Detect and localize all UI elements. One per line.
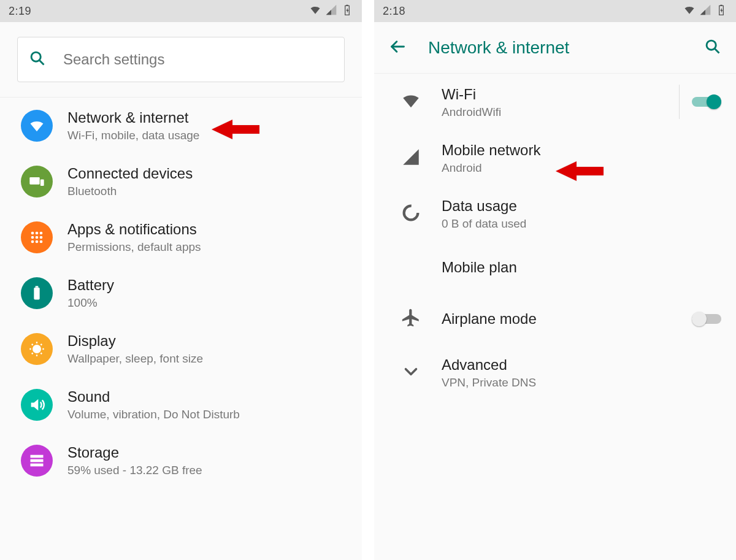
network-item-airplane[interactable]: Airplane mode <box>374 293 736 345</box>
settings-item-devices[interactable]: Connected devices Bluetooth <box>0 153 362 209</box>
svg-point-5 <box>36 231 39 234</box>
status-icons <box>309 4 353 19</box>
settings-list: Network & internet Wi-Fi, mobile, data u… <box>0 98 362 560</box>
search-section <box>0 22 362 98</box>
settings-item-wifi[interactable]: Network & internet Wi-Fi, mobile, data u… <box>0 98 362 153</box>
expand-icon <box>401 361 421 385</box>
item-subtitle: Volume, vibration, Do Not Disturb <box>67 408 341 421</box>
data-icon <box>401 202 421 226</box>
header: Network & internet <box>374 22 736 74</box>
wifi-status-icon <box>309 4 321 19</box>
svg-point-8 <box>36 236 39 239</box>
network-item-data[interactable]: Data usage 0 B of data used <box>374 186 736 242</box>
item-title: Data usage <box>442 197 715 215</box>
signal-status-icon <box>325 4 337 19</box>
battery-status-icon <box>341 4 353 19</box>
svg-rect-2 <box>29 177 39 185</box>
battery-status-icon <box>715 4 727 19</box>
wifi-gray-icon <box>401 90 421 113</box>
search-card[interactable] <box>17 37 345 82</box>
item-subtitle: 100% <box>67 296 341 310</box>
display-icon <box>21 333 53 365</box>
search-icon <box>29 50 46 69</box>
network-item-plan[interactable]: Mobile plan <box>374 242 736 293</box>
signal-status-icon <box>699 4 711 19</box>
wifi-status-icon <box>683 4 696 19</box>
item-subtitle: AndroidWifi <box>442 105 673 119</box>
toggle-airplane mode[interactable] <box>692 312 721 326</box>
svg-point-11 <box>36 240 39 243</box>
page-title: Network & internet <box>428 38 704 58</box>
svg-rect-3 <box>40 179 44 186</box>
airplane-icon <box>401 307 421 331</box>
item-title: Sound <box>67 388 341 406</box>
network-item-expand[interactable]: Advanced VPN, Private DNS <box>374 345 736 401</box>
search-input[interactable] <box>63 51 333 68</box>
svg-rect-17 <box>31 459 44 462</box>
svg-point-23 <box>404 205 418 220</box>
svg-rect-13 <box>34 287 39 299</box>
item-title: Wi-Fi <box>442 85 673 104</box>
svg-rect-18 <box>31 463 44 466</box>
network-list: Wi-Fi AndroidWifi Mobile network Android… <box>374 74 736 560</box>
svg-line-1 <box>40 61 44 65</box>
svg-rect-14 <box>36 286 39 287</box>
svg-point-12 <box>40 240 43 243</box>
item-title: Mobile network <box>442 141 715 159</box>
svg-point-10 <box>31 240 34 243</box>
item-title: Advanced <box>442 356 715 374</box>
item-subtitle: 59% used - 13.22 GB free <box>67 464 341 477</box>
network-item-wifi-gray[interactable]: Wi-Fi AndroidWifi <box>374 74 736 130</box>
item-title: Storage <box>67 443 341 462</box>
status-time: 2:18 <box>383 5 683 18</box>
svg-point-9 <box>40 236 43 239</box>
devices-icon <box>21 166 53 198</box>
search-button[interactable] <box>704 38 721 58</box>
sound-icon <box>21 389 53 421</box>
status-time: 2:19 <box>9 5 309 18</box>
svg-point-7 <box>31 236 34 239</box>
svg-rect-16 <box>31 455 44 458</box>
settings-item-display[interactable]: Display Wallpaper, sleep, font size <box>0 321 362 377</box>
settings-item-storage[interactable]: Storage 59% used - 13.22 GB free <box>0 432 362 488</box>
item-title: Airplane mode <box>442 310 686 328</box>
status-icons <box>683 4 727 19</box>
item-title: Connected devices <box>67 164 341 183</box>
svg-point-6 <box>40 231 43 234</box>
settings-item-battery[interactable]: Battery 100% <box>0 265 362 321</box>
item-subtitle: Bluetooth <box>67 185 341 198</box>
item-title: Mobile plan <box>442 258 715 277</box>
phone-right: 2:18 Network & internet Wi-Fi AndroidWif… <box>374 0 736 560</box>
phone-left: 2:19 Network & internet Wi-Fi, mobile, d… <box>0 0 362 560</box>
settings-item-sound[interactable]: Sound Volume, vibration, Do Not Disturb <box>0 377 362 432</box>
battery-icon <box>21 277 53 309</box>
item-subtitle: Wi-Fi, mobile, data usage <box>67 129 341 142</box>
item-subtitle: VPN, Private DNS <box>442 376 715 389</box>
item-subtitle: Wallpaper, sleep, font size <box>67 352 341 366</box>
statusbar: 2:19 <box>0 0 362 22</box>
svg-point-0 <box>31 52 40 61</box>
settings-item-apps[interactable]: Apps & notifications Permissions, defaul… <box>0 209 362 265</box>
toggle-wi-fi[interactable] <box>692 94 721 109</box>
storage-icon <box>21 445 53 477</box>
signal-icon <box>401 147 421 170</box>
item-subtitle: Android <box>442 161 715 175</box>
item-title: Network & internet <box>67 109 341 127</box>
statusbar: 2:18 <box>374 0 736 22</box>
apps-icon <box>21 221 53 253</box>
svg-point-15 <box>33 345 40 353</box>
svg-point-21 <box>707 40 716 50</box>
back-button[interactable] <box>389 38 406 58</box>
item-title: Display <box>67 332 341 350</box>
network-item-signal[interactable]: Mobile network Android <box>374 130 736 186</box>
item-title: Apps & notifications <box>67 220 341 239</box>
item-title: Battery <box>67 276 341 294</box>
wifi-icon <box>21 110 53 142</box>
svg-point-4 <box>31 231 34 234</box>
item-subtitle: Permissions, default apps <box>67 240 341 254</box>
svg-line-22 <box>715 48 719 53</box>
item-subtitle: 0 B of data used <box>442 217 715 231</box>
